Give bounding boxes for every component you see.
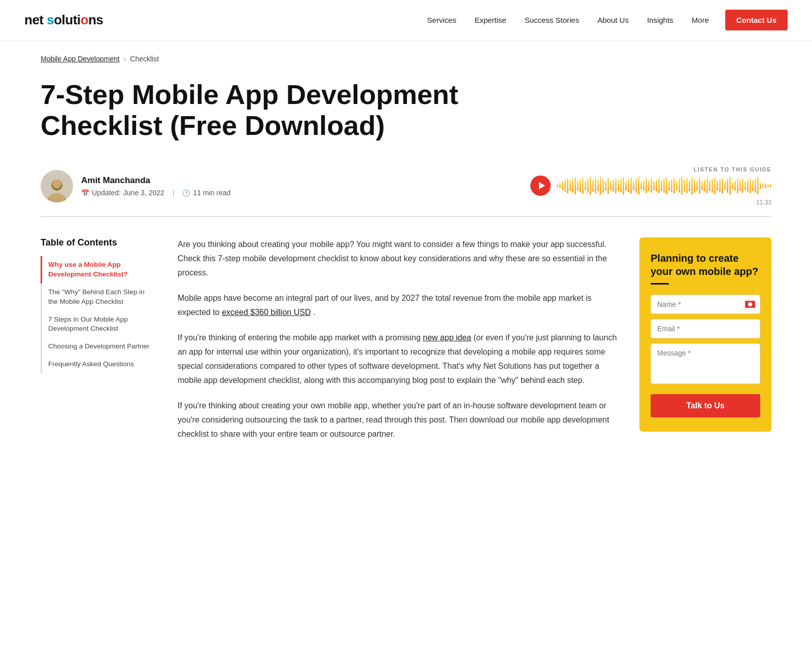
waveform-bar (602, 179, 604, 193)
sidebar-cta-card: Planning to create your own mobile app? … (639, 237, 771, 432)
page-title: 7-Step Mobile App Development Checklist … (41, 79, 477, 141)
waveform-bar (656, 180, 657, 192)
toc-list: Why use a Mobile App Development Checkli… (41, 256, 157, 373)
waveform-bar (585, 181, 586, 190)
waveform-bar (625, 181, 627, 191)
waveform-bar (661, 180, 662, 191)
breadcrumb-parent[interactable]: Mobile App Development (41, 55, 120, 63)
waveform-bar (750, 178, 751, 193)
waveform-bar (587, 179, 589, 193)
waveform-bar (681, 177, 683, 195)
waveform-bar (729, 177, 731, 195)
waveform-bar (767, 184, 769, 187)
waveform-bar (770, 184, 771, 188)
waveform-bar (567, 178, 568, 193)
nav-link-expertise[interactable]: Expertise (475, 16, 506, 24)
waveform-bar (757, 177, 759, 194)
nav-link-more[interactable]: More (692, 16, 709, 24)
waveform-bar (613, 180, 614, 192)
message-input[interactable] (651, 343, 760, 384)
waveform-bar (719, 179, 721, 192)
waveform-bar (592, 180, 594, 192)
audio-waveform (557, 177, 771, 195)
navigation: net solutions ServicesExpertiseSuccess S… (0, 0, 812, 41)
waveform-bar (737, 178, 738, 193)
svg-point-4 (49, 193, 65, 202)
waveform-bar (717, 181, 718, 191)
audio-player-section: LISTEN TO THIS GUIDE 11:33 (530, 166, 771, 206)
toc-item[interactable]: The "Why" Behind Each Step in the Mobile… (42, 284, 157, 311)
waveform-bar (704, 180, 705, 192)
svg-point-3 (52, 180, 61, 189)
hero-section: 7-Step Mobile App Development Checklist … (0, 69, 812, 156)
waveform-bar (742, 179, 743, 193)
sidebar-accent (651, 283, 669, 285)
nav-link-success-stories[interactable]: Success Stories (525, 16, 580, 24)
waveform-bar (646, 178, 647, 193)
waveform-bar (745, 181, 746, 190)
toc-item[interactable]: Frequently Asked Questions (42, 356, 157, 373)
waveform-bar (668, 181, 670, 191)
audio-duration: 11:33 (756, 199, 771, 206)
name-input[interactable] (651, 295, 760, 314)
contact-button[interactable]: Contact Us (725, 10, 788, 30)
waveform-bar (615, 178, 617, 193)
avatar (41, 170, 73, 202)
email-input[interactable] (651, 319, 760, 338)
article-paragraph-2: Mobile apps have become an integral part… (178, 291, 619, 320)
waveform-bar (747, 180, 749, 192)
toc-item[interactable]: 7 Steps in Our Mobile App Development Ch… (42, 311, 157, 338)
waveform-bar (673, 178, 675, 194)
revenue-link[interactable]: exceed $360 billion USD (222, 308, 311, 317)
nav-link-about-us[interactable]: About Us (597, 16, 629, 24)
waveform-bar (676, 181, 678, 190)
waveform-bar (569, 180, 571, 191)
waveform-bar (564, 180, 566, 192)
waveform-bar (643, 181, 645, 191)
waveform-bar (663, 179, 665, 193)
waveform-bar (623, 177, 624, 194)
waveform-bar (653, 181, 655, 190)
toc-item[interactable]: Why use a Mobile App Development Checkli… (41, 256, 157, 284)
audio-label: LISTEN TO THIS GUIDE (694, 166, 771, 172)
waveform-bar (572, 179, 573, 193)
toc-item[interactable]: Choosing a Development Partner (42, 338, 157, 356)
waveform-bar (732, 182, 733, 189)
waveform-bar (696, 181, 698, 191)
logo[interactable]: net solutions (24, 12, 103, 28)
waveform-bar (607, 178, 609, 194)
waveform-bar (559, 183, 561, 188)
name-field-wrapper (651, 295, 760, 314)
waveform-bar (557, 184, 558, 187)
waveform-bar (658, 178, 660, 193)
waveform-bar (701, 181, 703, 190)
waveform-bar (671, 179, 672, 192)
app-idea-link[interactable]: new app idea (423, 333, 471, 342)
article-body: Are you thinking about creating your mob… (178, 237, 619, 452)
waveform-bar (618, 180, 619, 191)
read-time: 11 min read (193, 189, 230, 197)
breadcrumb-separator: › (124, 55, 126, 63)
waveform-bar (640, 182, 642, 189)
waveform-bar (722, 178, 723, 194)
waveform-bar (714, 177, 716, 194)
author-meta: 📅 Updated: June 3, 2022 | 🕐 11 min read (81, 189, 230, 197)
waveform-bar (605, 181, 606, 191)
waveform-bar (595, 178, 596, 193)
waveform-bar (760, 183, 761, 189)
waveform-bar (600, 177, 601, 195)
breadcrumb-current: Checklist (130, 55, 159, 63)
nav-link-insights[interactable]: Insights (647, 16, 673, 24)
waveform-bar (574, 177, 576, 194)
waveform-bar (582, 178, 584, 194)
nav-link-services[interactable]: Services (427, 16, 457, 24)
waveform-bar (765, 183, 766, 188)
meta-divider: | (173, 189, 175, 197)
breadcrumb: Mobile App Development › Checklist (0, 41, 812, 69)
waveform-bar (620, 179, 622, 193)
author-bar: Amit Manchanda 📅 Updated: June 3, 2022 |… (41, 156, 771, 217)
clock-icon: 🕐 (182, 189, 190, 197)
play-button[interactable] (530, 175, 551, 196)
talk-to-us-button[interactable]: Talk to Us (651, 394, 760, 417)
waveform-bar (689, 180, 690, 191)
